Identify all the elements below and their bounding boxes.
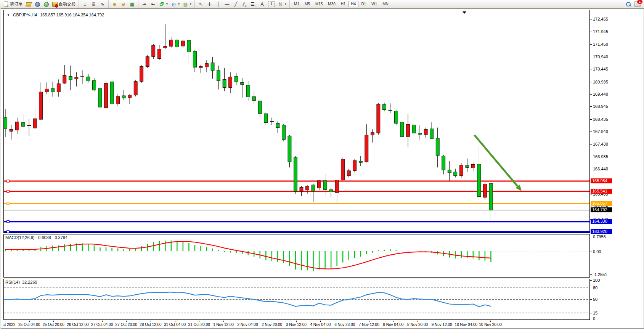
price-axis-tick: 168.435 <box>593 117 608 122</box>
price-axis-tick: 171.945 <box>593 29 608 34</box>
toolbar-group-timeframes: M1M5M15M30H1H4D1W1MN <box>289 0 393 8</box>
candle <box>412 124 416 140</box>
profile-button[interactable] <box>33 1 42 7</box>
time-axis-label: 24 Oct 2022 <box>3 323 15 327</box>
candle <box>335 180 339 203</box>
auto-scroll-button[interactable]: ⇥ <box>140 1 149 7</box>
channel-button[interactable]: ⫽E <box>240 1 249 7</box>
arrows-button[interactable]: ⇅▾ <box>276 1 288 7</box>
styles-button[interactable] <box>24 1 33 7</box>
notifications-button[interactable]: 1 <box>633 1 642 7</box>
level-price-label: 163.920 <box>591 229 612 234</box>
macd-canvas[interactable] <box>4 234 589 277</box>
level-anchor-handle[interactable] <box>7 190 9 193</box>
toolbar-group-right: 1 <box>623 0 644 8</box>
macd-pane[interactable]: MACD(12,26,9) -0.6038 -0.3784 <box>3 234 590 278</box>
line-chart-button[interactable]: ∿ <box>98 1 107 7</box>
candle <box>146 55 149 68</box>
timeframe-button-H4[interactable]: H4 <box>348 1 359 7</box>
candle <box>341 157 345 181</box>
trend-arrow-annotation[interactable] <box>474 135 522 191</box>
chevron-down-icon[interactable]: ▼ <box>7 13 10 17</box>
price-chart-canvas[interactable] <box>4 10 589 233</box>
trendline-button[interactable]: ╱ <box>231 1 240 7</box>
timeframe-button-D1[interactable]: D1 <box>358 1 369 7</box>
tile-windows-button[interactable]: ▦ <box>128 1 137 7</box>
crosshair-button[interactable]: ✛ <box>205 1 214 7</box>
level-anchor-handle[interactable] <box>7 180 9 182</box>
price-axis-tick: 169.440 <box>593 92 608 96</box>
level-anchor-handle[interactable] <box>7 220 9 223</box>
macd-label-row: MACD(12,26,9) -0.6038 -0.3784 <box>5 235 67 240</box>
timeframe-button-M15[interactable]: M15 <box>313 1 325 7</box>
candle <box>104 82 108 109</box>
candle <box>394 110 398 125</box>
timeframe-button-M30[interactable]: M30 <box>325 1 338 7</box>
level-anchor-handle[interactable] <box>7 231 9 233</box>
timeframe-button-H1[interactable]: H1 <box>338 1 348 7</box>
cursor-button[interactable]: ↖ <box>196 1 205 7</box>
timeframe-button-M1[interactable]: M1 <box>291 1 302 7</box>
macd-axis[interactable]: 0.79580.00-1.2551 <box>590 234 644 278</box>
rsi-pane[interactable]: RSI(14) 32.2269 <box>3 279 590 320</box>
time-axis-label: 2 Nov 04:00 <box>238 323 258 327</box>
hline-button[interactable]: — <box>223 1 231 7</box>
bar-chart-button[interactable]: ⌶ <box>80 1 89 7</box>
vline-button[interactable]: │ <box>214 1 223 7</box>
candle <box>400 122 404 141</box>
zoom-in-button[interactable]: ⊕ <box>110 1 119 7</box>
level-price-label: 164.330 <box>591 219 612 224</box>
time-axis-label: 10 Nov 04:00 <box>455 323 478 327</box>
rsi-axis[interactable]: 1008050150 <box>590 279 644 320</box>
new-order-icon: + <box>3 2 9 7</box>
candlestick-chart-button[interactable]: ⌹ <box>89 1 98 7</box>
time-axis-tick <box>5 321 5 322</box>
text-label-button[interactable]: T <box>267 1 276 8</box>
candle <box>87 74 90 82</box>
new-chart-button[interactable]: 🗗▾ <box>157 1 169 7</box>
chart-shift-button[interactable]: ⇤ <box>149 1 157 7</box>
timeframe-button-MN[interactable]: MN <box>380 1 391 7</box>
candle <box>98 88 102 112</box>
rsi-canvas[interactable] <box>4 279 589 319</box>
autotrading-button[interactable]: 自动交易 <box>50 1 77 7</box>
autotrading-icon <box>52 2 58 7</box>
price-axis-tick: 171.450 <box>593 42 608 47</box>
candle <box>288 135 291 167</box>
timeframe-button-W1[interactable]: W1 <box>369 1 380 7</box>
search-button[interactable] <box>624 1 633 7</box>
price-axis[interactable]: 172.455171.945171.450170.940170.445169.9… <box>590 10 644 233</box>
candle <box>454 169 457 178</box>
level-price-label: 165.057 <box>591 201 612 206</box>
price-pane[interactable]: ▼ GBPJPY-,H4 165.857 165.916 164.354 164… <box>3 10 590 233</box>
chart-title: ▼ GBPJPY-,H4 165.857 165.916 164.354 164… <box>7 13 104 17</box>
candle <box>122 90 125 100</box>
candle <box>63 65 66 84</box>
periodicity-button[interactable]: ◴▾ <box>169 1 181 7</box>
time-axis-tick <box>466 321 466 322</box>
text-button[interactable]: A <box>258 1 267 7</box>
chart-shift-marker-icon[interactable] <box>463 11 466 14</box>
equidistant-channel-icon: ⫽E <box>242 2 247 7</box>
new-order-button[interactable]: + 新订单 <box>2 1 24 7</box>
fibonacci-button[interactable]: ☰F <box>249 1 258 7</box>
timeframe-button-M5[interactable]: M5 <box>302 1 313 7</box>
time-axis-tick <box>272 321 272 322</box>
level-anchor-handle[interactable] <box>7 202 9 205</box>
time-axis-label: 2 Nov 20:00 <box>262 323 282 327</box>
candle <box>466 159 469 172</box>
candle <box>270 118 273 125</box>
templates-button[interactable]: ▧▾ <box>181 1 193 7</box>
time-axis[interactable]: 24 Oct 202225 Oct 04:0025 Oct 20:0026 Oc… <box>3 321 590 328</box>
toolbar-group-trade: + 新订单 自动交易 <box>0 0 79 8</box>
cursor-icon: ↖ <box>198 2 204 7</box>
candle <box>377 103 380 135</box>
zoom-out-button[interactable]: ⊖ <box>119 1 128 7</box>
macd-label: MACD(12,26,9) <box>5 235 34 240</box>
signals-button[interactable] <box>42 1 50 7</box>
horizontal-line-icon: — <box>224 2 230 7</box>
candle <box>205 60 209 72</box>
rsi-axis-tick: 0 <box>593 316 595 321</box>
candle <box>347 169 350 178</box>
price-axis-tick: 170.940 <box>593 55 608 59</box>
